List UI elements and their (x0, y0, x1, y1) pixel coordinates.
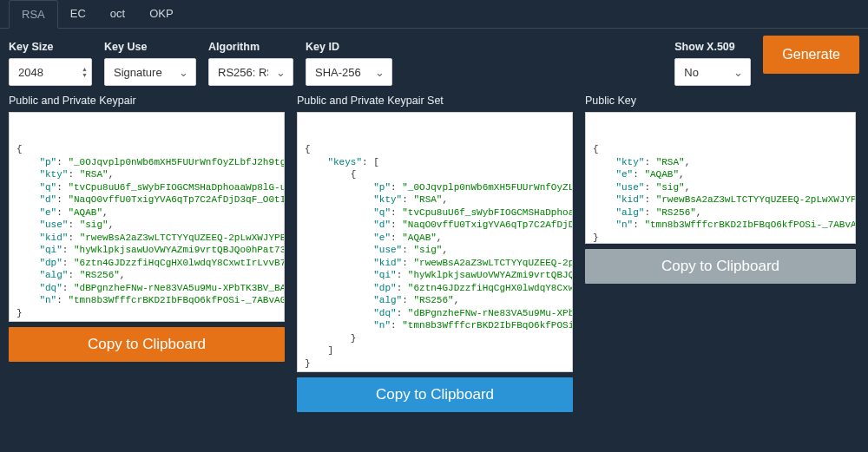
key-type-tabs: RSA EC oct OKP (0, 0, 868, 29)
key-use-select[interactable]: Signature ⌄ (104, 58, 196, 86)
key-use-value: Signature (114, 66, 162, 79)
tab-okp[interactable]: OKP (137, 0, 185, 28)
output-panels: Public and Private Keypair { "p": "_0OJq… (0, 89, 868, 421)
copy-keypair-set-button[interactable]: Copy to Clipboard (297, 377, 573, 412)
key-size-label: Key Size (9, 41, 92, 53)
chevron-down-icon: ⌄ (276, 66, 286, 79)
panel-public-key: Public Key { "kty": "RSA", "e": "AQAB", … (585, 95, 856, 284)
panel-keypair-set-title: Public and Private Keypair Set (297, 95, 573, 107)
panel-keypair-set: Public and Private Keypair Set { "keys":… (297, 95, 573, 412)
chevron-down-icon: ⌄ (179, 66, 188, 79)
keypair-set-code[interactable]: { "keys": [ { "p": "_0OJqvplp0nWb6mXH5FU… (297, 112, 573, 372)
key-id-select[interactable]: SHA-256 ⌄ (306, 58, 392, 86)
algorithm-label: Algorithm (208, 41, 293, 53)
keypair-code[interactable]: { "p": "_0OJqvplp0nWb6mXH5FUUrWnfOyZLbfJ… (9, 112, 285, 322)
show-x509-label: Show X.509 (674, 41, 751, 53)
tab-oct[interactable]: oct (98, 0, 137, 28)
key-size-value: 2048 (18, 66, 43, 79)
tab-ec[interactable]: EC (58, 0, 98, 28)
show-x509-value: No (684, 66, 699, 79)
stepper-icon: ▲▼ (82, 66, 88, 78)
panel-keypair-title: Public and Private Keypair (9, 95, 285, 107)
show-x509-select[interactable]: No ⌄ (674, 58, 751, 86)
generate-button[interactable]: Generate (763, 36, 859, 74)
key-size-input[interactable]: 2048 ▲▼ (9, 58, 92, 86)
public-key-code[interactable]: { "kty": "RSA", "e": "AQAB", "use": "sig… (585, 112, 856, 244)
copy-public-key-button[interactable]: Copy to Clipboard (585, 249, 856, 284)
panel-public-key-title: Public Key (585, 95, 856, 107)
chevron-down-icon: ⌄ (375, 66, 385, 79)
tab-rsa[interactable]: RSA (9, 0, 58, 29)
algorithm-value: RS256: RSA (218, 66, 268, 79)
chevron-down-icon: ⌄ (733, 66, 743, 79)
panel-keypair: Public and Private Keypair { "p": "_0OJq… (9, 95, 285, 362)
algorithm-select[interactable]: RS256: RSA ⌄ (208, 58, 293, 86)
key-id-label: Key ID (306, 41, 392, 53)
key-id-value: SHA-256 (315, 66, 361, 79)
key-use-label: Key Use (104, 41, 196, 53)
controls-row: Key Size 2048 ▲▼ Key Use Signature ⌄ Alg… (0, 29, 868, 89)
copy-keypair-button[interactable]: Copy to Clipboard (9, 327, 285, 362)
